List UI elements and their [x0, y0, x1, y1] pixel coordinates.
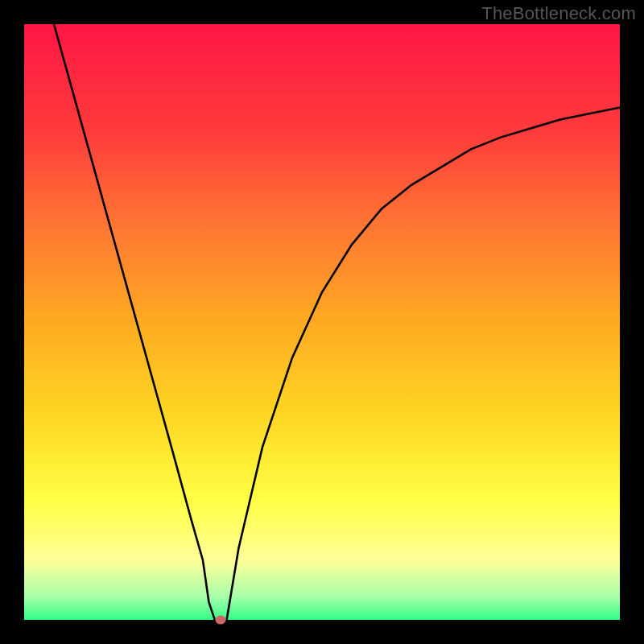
chart-container: TheBottleneck.com — [0, 0, 644, 644]
curve — [24, 24, 620, 620]
minimum-marker — [216, 616, 226, 625]
curve-right-branch — [227, 108, 620, 620]
plot-area — [24, 24, 620, 620]
watermark-text: TheBottleneck.com — [481, 3, 636, 24]
curve-left-branch — [54, 24, 215, 620]
